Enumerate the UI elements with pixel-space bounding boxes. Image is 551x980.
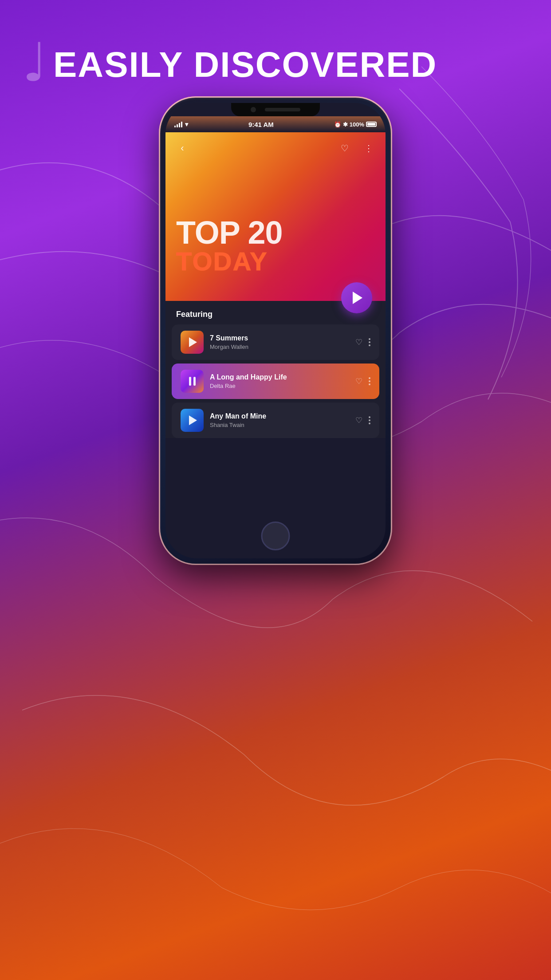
header-right-actions: ♡ ⋮: [337, 140, 377, 156]
track-more-button[interactable]: [369, 338, 370, 346]
track-thumbnail-active: [181, 370, 204, 393]
signal-icon: [174, 121, 182, 127]
track-favorite-button[interactable]: ♡: [355, 337, 362, 347]
track-actions-active: ♡: [355, 376, 370, 386]
playlist-name: TOP 20: [176, 217, 283, 249]
status-left: ▾: [174, 121, 188, 128]
track-artist: Morgan Wallen: [210, 344, 349, 350]
more-dot: [369, 338, 370, 340]
more-dot: [369, 416, 370, 418]
front-camera: [251, 107, 256, 112]
more-dot: [369, 419, 370, 421]
page-title: EASILY DISCOVERED: [53, 44, 437, 85]
speaker: [265, 108, 300, 111]
track-info: Any Man of Mine Shania Twain: [210, 412, 349, 428]
track-actions: ♡: [355, 415, 370, 425]
status-right: ⏰ ✱ 100%: [334, 121, 377, 128]
track-play-icon: [189, 337, 197, 347]
alarm-icon: ⏰: [334, 121, 341, 128]
back-button[interactable]: ‹: [174, 140, 190, 156]
album-header: ‹ ♡ ⋮: [165, 137, 386, 160]
track-artist-active: Delta Rae: [210, 383, 349, 389]
more-options-button[interactable]: ⋮: [361, 140, 377, 156]
more-dot: [369, 377, 370, 379]
track-name: Any Man of Mine: [210, 412, 349, 420]
track-info: 7 Summers Morgan Wallen: [210, 334, 349, 350]
more-dot: [369, 380, 370, 382]
status-bar: ▾ 9:41 AM ⏰ ✱ 100%: [165, 116, 386, 132]
music-note-icon: ♩: [22, 36, 47, 89]
battery-icon: [366, 122, 377, 127]
track-item[interactable]: Any Man of Mine Shania Twain ♡: [172, 403, 379, 438]
album-art: ‹ ♡ ⋮ TOP 20 TODAY: [165, 132, 386, 301]
track-info-active: A Long and Happy Life Delta Rae: [210, 373, 349, 389]
track-more-button[interactable]: [369, 416, 370, 424]
playlist-title-area: TOP 20 TODAY: [176, 217, 283, 274]
track-item[interactable]: 7 Summers Morgan Wallen ♡: [172, 324, 379, 360]
track-name-active: A Long and Happy Life: [210, 373, 349, 381]
track-artist: Shania Twain: [210, 422, 349, 428]
phone-notch: [231, 103, 320, 116]
play-icon: [353, 292, 362, 304]
track-thumbnail: [181, 409, 204, 432]
tracks-area: Featuring 7 Summers Morgan Wallen ♡: [165, 301, 386, 438]
play-button[interactable]: [341, 282, 372, 313]
favorite-button[interactable]: ♡: [337, 140, 353, 156]
phone-inner: ▾ 9:41 AM ⏰ ✱ 100%: [165, 103, 386, 558]
track-name: 7 Summers: [210, 334, 349, 342]
more-dot: [369, 383, 370, 385]
playlist-sub: TODAY: [176, 249, 283, 274]
track-favorite-button[interactable]: ♡: [355, 415, 362, 425]
screen: ▾ 9:41 AM ⏰ ✱ 100%: [165, 116, 386, 521]
more-dot: [369, 344, 370, 346]
phone-mockup: ▾ 9:41 AM ⏰ ✱ 100%: [160, 98, 391, 564]
home-button[interactable]: [261, 522, 290, 550]
more-dot: [369, 423, 370, 424]
track-item-active[interactable]: A Long and Happy Life Delta Rae ♡: [172, 364, 379, 399]
track-pause-icon: [189, 377, 196, 386]
wifi-icon: ▾: [185, 121, 188, 128]
track-thumbnail: [181, 331, 204, 354]
track-more-button[interactable]: [369, 377, 370, 385]
track-play-icon: [189, 415, 197, 425]
more-dot: [369, 341, 370, 343]
phone-shell: ▾ 9:41 AM ⏰ ✱ 100%: [160, 98, 391, 564]
track-favorite-button[interactable]: ♡: [355, 376, 362, 386]
track-actions: ♡: [355, 337, 370, 347]
status-time: 9:41 AM: [248, 121, 274, 128]
bluetooth-icon: ✱: [343, 121, 348, 128]
battery-percent: 100%: [350, 121, 364, 128]
